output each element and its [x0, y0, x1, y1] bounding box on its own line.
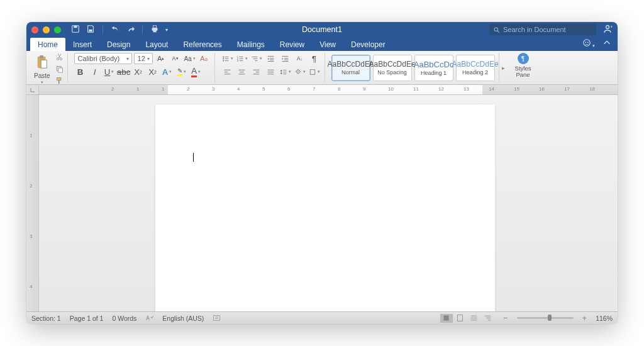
copy-icon[interactable]: [55, 65, 64, 74]
svg-text:+: +: [610, 24, 613, 30]
page-indicator[interactable]: Page 1 of 1: [70, 315, 104, 322]
clear-formatting-button[interactable]: A⊘: [198, 53, 211, 64]
save-icon[interactable]: [86, 25, 95, 35]
show-marks-button[interactable]: ¶: [308, 53, 321, 64]
word-count[interactable]: 0 Words: [112, 315, 136, 322]
svg-rect-15: [41, 60, 47, 68]
align-right-button[interactable]: [250, 66, 263, 77]
shading-button[interactable]: [294, 66, 306, 77]
styles-pane-group: ¶ Styles Pane: [510, 53, 536, 82]
zoom-in-button[interactable]: +: [582, 313, 587, 323]
styles-more-icon[interactable]: ▸: [502, 65, 505, 71]
tab-references[interactable]: References: [175, 38, 229, 51]
style-no-spacing[interactable]: AaBbCcDdEeNo Spacing: [373, 55, 412, 81]
svg-point-12: [587, 42, 589, 43]
styles-group: AaBbCcDdEeNormalAaBbCcDdEeNo SpacingAaBb…: [328, 53, 499, 82]
qat-dropdown-icon[interactable]: ▾: [165, 27, 168, 33]
language-indicator[interactable]: English (AUS): [162, 315, 204, 322]
bold-button[interactable]: B: [74, 66, 87, 77]
underline-button[interactable]: U: [103, 66, 116, 77]
share-icon[interactable]: +: [602, 24, 613, 36]
style-heading-2[interactable]: AaBbCcDdEeHeading 2: [456, 55, 495, 81]
change-case-button[interactable]: Aa: [184, 53, 196, 64]
strikethrough-button[interactable]: abc: [118, 66, 130, 77]
search-icon: [493, 26, 500, 33]
sort-button[interactable]: A↓: [294, 53, 306, 64]
tab-design[interactable]: Design: [99, 38, 138, 51]
align-center-button[interactable]: [236, 66, 248, 77]
tab-insert[interactable]: Insert: [65, 38, 99, 51]
paste-button[interactable]: Paste: [34, 72, 50, 79]
svg-line-7: [497, 30, 499, 32]
paste-icon[interactable]: [35, 54, 49, 72]
justify-button[interactable]: [265, 66, 277, 77]
superscript-button[interactable]: X2: [147, 66, 159, 77]
svg-point-11: [585, 42, 586, 43]
tab-selector[interactable]: [26, 85, 39, 94]
autosave-icon[interactable]: [71, 25, 80, 35]
svg-rect-67: [444, 315, 449, 320]
text-effects-button[interactable]: A: [161, 66, 174, 77]
tab-view[interactable]: View: [312, 38, 343, 51]
borders-button[interactable]: [308, 66, 321, 77]
print-layout-icon[interactable]: [454, 314, 467, 323]
window-controls: [31, 26, 61, 33]
zoom-percentage[interactable]: 116%: [596, 315, 613, 322]
subscript-button[interactable]: X2: [132, 66, 145, 77]
maximize-window-button[interactable]: [54, 26, 61, 33]
style-heading-1[interactable]: AaBbCcDcHeading 1: [414, 55, 453, 81]
page[interactable]: [155, 104, 495, 311]
undo-icon[interactable]: [111, 25, 119, 35]
tab-mailings[interactable]: Mailings: [230, 38, 272, 51]
outline-view-icon[interactable]: [482, 314, 494, 323]
feedback-icon[interactable]: ▾: [582, 38, 595, 49]
ribbon-tabs: HomeInsertDesignLayoutReferencesMailings…: [26, 37, 618, 51]
web-layout-icon[interactable]: [468, 314, 480, 323]
focus-view-icon[interactable]: [440, 314, 453, 323]
collapse-ribbon-icon[interactable]: [602, 38, 611, 49]
print-icon[interactable]: [150, 25, 159, 35]
font-color-button[interactable]: A: [190, 66, 203, 77]
increase-indent-button[interactable]: [279, 53, 292, 64]
svg-line-18: [58, 54, 60, 59]
zoom-slider[interactable]: [517, 317, 574, 319]
svg-point-8: [606, 25, 609, 28]
view-buttons: [440, 314, 494, 323]
svg-point-17: [60, 58, 62, 60]
cut-icon[interactable]: [55, 53, 64, 62]
paragraph-group: 123 A↓ ¶: [218, 53, 325, 82]
bullets-button[interactable]: [221, 53, 234, 64]
spellcheck-icon[interactable]: [145, 314, 153, 322]
styles-pane-button[interactable]: ¶ Styles Pane: [514, 53, 533, 79]
line-spacing-button[interactable]: [279, 66, 292, 77]
separator: [103, 25, 103, 34]
decrease-indent-button[interactable]: [265, 53, 277, 64]
minimize-window-button[interactable]: [43, 26, 50, 33]
close-window-button[interactable]: [31, 26, 38, 33]
document-area: 1234: [26, 95, 618, 311]
italic-button[interactable]: I: [89, 66, 101, 77]
accessibility-icon[interactable]: [213, 314, 221, 322]
tab-developer[interactable]: Developer: [343, 38, 393, 51]
svg-point-6: [494, 28, 498, 31]
grow-font-button[interactable]: A▴: [155, 53, 167, 64]
shrink-font-button[interactable]: A▾: [169, 53, 182, 64]
tab-home[interactable]: Home: [30, 38, 65, 51]
zoom-out-button[interactable]: −: [503, 313, 508, 323]
paste-dropdown-icon[interactable]: ▾: [41, 80, 43, 85]
numbering-button[interactable]: 123: [236, 53, 248, 64]
highlight-button[interactable]: ✎: [175, 66, 188, 77]
redo-icon[interactable]: [126, 25, 135, 35]
font-size-select[interactable]: 12: [134, 53, 153, 64]
align-left-button[interactable]: [221, 66, 234, 77]
vertical-ruler[interactable]: 1234: [26, 95, 39, 311]
search-input[interactable]: Search in Document: [489, 24, 596, 35]
font-name-select[interactable]: Calibri (Body): [74, 53, 132, 64]
horizontal-ruler[interactable]: 21123456789101112131415161718: [26, 85, 618, 95]
multilevel-list-button[interactable]: [250, 53, 263, 64]
tab-review[interactable]: Review: [272, 38, 312, 51]
section-indicator[interactable]: Section: 1: [31, 315, 61, 322]
style-normal[interactable]: AaBbCcDdEeNormal: [331, 55, 370, 81]
tab-layout[interactable]: Layout: [138, 38, 175, 51]
document-viewport[interactable]: [39, 95, 618, 311]
